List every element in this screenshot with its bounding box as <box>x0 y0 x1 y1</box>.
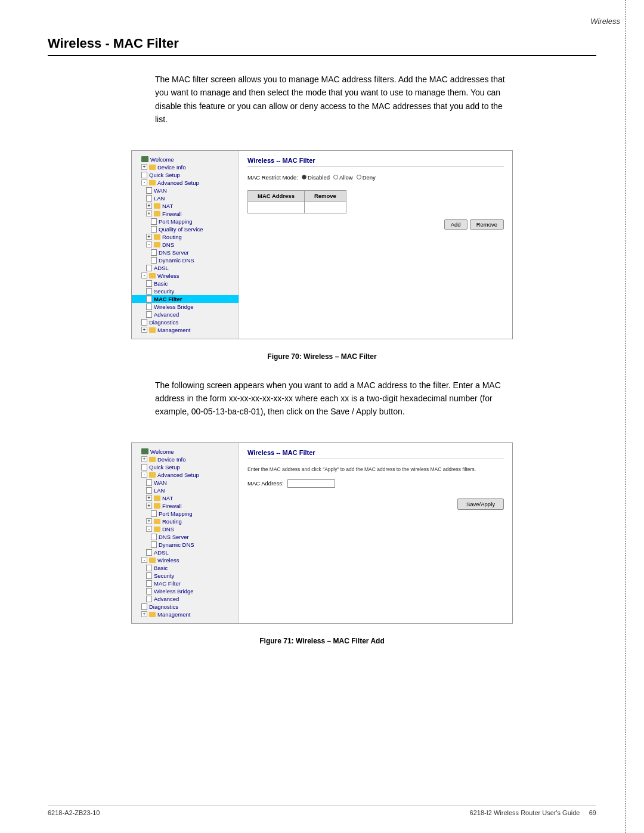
nav2-quick-setup-label: Quick Setup <box>149 464 180 470</box>
nav-advanced[interactable]: Advanced <box>132 311 239 318</box>
nav2-dns[interactable]: - DNS <box>132 525 239 533</box>
nav-firewall-label: Firewall <box>162 210 182 217</box>
doc-ddns-icon <box>151 257 157 264</box>
add-button[interactable]: Add <box>444 219 467 230</box>
nav2-mac-filter[interactable]: MAC Filter <box>132 580 239 587</box>
nav-adsl[interactable]: ADSL <box>132 264 239 272</box>
nav-qos-label: Quality of Service <box>159 226 203 233</box>
nav-wan[interactable]: WAN <box>132 187 239 194</box>
nav-nat[interactable]: + NAT <box>132 202 239 210</box>
expand2-mgmt-icon: + <box>141 611 147 617</box>
nav-management[interactable]: + Management <box>132 326 239 334</box>
nav-mac-filter[interactable]: MAC Filter <box>132 295 239 303</box>
nav-device-info[interactable]: + Device Info <box>132 163 239 171</box>
page-section-label: Wireless <box>590 17 620 26</box>
nav2-mac-filter-label: MAC Filter <box>154 580 181 587</box>
nav-wireless[interactable]: - Wireless <box>132 272 239 280</box>
nav-dynamic-dns[interactable]: Dynamic DNS <box>132 256 239 264</box>
nav2-lan[interactable]: LAN <box>132 487 239 494</box>
nav2-basic-label: Basic <box>154 565 168 571</box>
nav2-dynamic-dns[interactable]: Dynamic DNS <box>132 541 239 549</box>
table-row-empty <box>248 201 346 213</box>
nav-diagnostics[interactable]: Diagnostics <box>132 318 239 326</box>
page-footer: 6218-A2-ZB23-10 6218-I2 Wireless Router … <box>48 805 596 816</box>
radio-deny[interactable]: Deny <box>357 174 376 181</box>
nav2-wireless-bridge[interactable]: Wireless Bridge <box>132 587 239 595</box>
folder2-nat-icon <box>154 496 160 501</box>
nav-qos[interactable]: Quality of Service <box>132 225 239 233</box>
folder2-fw-icon <box>154 503 160 509</box>
expand2-dns-icon: - <box>146 526 152 532</box>
nav-nat-label: NAT <box>162 203 173 209</box>
nav-lan-label: LAN <box>154 195 165 202</box>
doc-icon <box>141 172 147 178</box>
nav2-adsl[interactable]: ADSL <box>132 549 239 556</box>
nav2-firewall[interactable]: + Firewall <box>132 502 239 510</box>
nav2-basic[interactable]: Basic <box>132 564 239 572</box>
doc2-dnsserver-icon <box>151 534 157 540</box>
nav2-wan[interactable]: WAN <box>132 479 239 487</box>
expand-routing-icon: + <box>146 234 152 240</box>
mac-address-input-area <box>287 480 335 487</box>
radio-allow[interactable]: Allow <box>333 174 353 181</box>
nav-basic[interactable]: Basic <box>132 280 239 287</box>
nav2-routing[interactable]: + Routing <box>132 518 239 525</box>
nav2-welcome[interactable]: Welcome <box>132 448 239 456</box>
nav2-advanced[interactable]: Advanced <box>132 595 239 603</box>
nav2-diagnostics[interactable]: Diagnostics <box>132 603 239 611</box>
nav-routing[interactable]: + Routing <box>132 233 239 241</box>
nav2-quick-setup[interactable]: Quick Setup <box>132 463 239 471</box>
nav-advanced-setup[interactable]: - Advanced Setup <box>132 179 239 187</box>
description-text-1: The MAC filter screen allows you to mana… <box>155 73 513 126</box>
nav-wireless-bridge[interactable]: Wireless Bridge <box>132 303 239 311</box>
save-apply-button[interactable]: Save/Apply <box>457 498 504 510</box>
mac-address-form-label: MAC Address: <box>247 480 284 487</box>
nav-advanced-label: Advanced <box>154 311 179 318</box>
doc2-portmap-icon <box>151 510 157 517</box>
figure-70-screenshot: Welcome + Device Info Quick Setup - Adva… <box>131 150 513 339</box>
nav-welcome-label: Welcome <box>150 156 174 163</box>
nav2-device-info[interactable]: + Device Info <box>132 456 239 463</box>
expand2-minus-icon: - <box>141 472 147 478</box>
action-button-row: Add Remove <box>247 219 504 230</box>
figure-70-caption: Figure 70: Wireless – MAC Filter <box>48 352 596 361</box>
footer-guide-text: 6218-I2 Wireless Router User's Guide <box>470 809 580 816</box>
nav2-security[interactable]: Security <box>132 572 239 580</box>
nav-port-mapping[interactable]: Port Mapping <box>132 218 239 225</box>
doc2-lan-icon <box>146 487 152 494</box>
remove-button[interactable]: Remove <box>470 219 504 230</box>
nav-firewall[interactable]: + Firewall <box>132 210 239 218</box>
nav2-wan-label: WAN <box>154 479 167 486</box>
nav-welcome[interactable]: Welcome <box>132 156 239 163</box>
nav-security[interactable]: Security <box>132 287 239 295</box>
expand2-nat-icon: + <box>146 495 152 501</box>
expand2-fw-icon: + <box>146 503 152 509</box>
nav-wan-label: WAN <box>154 187 167 194</box>
folder-open-icon <box>149 180 156 185</box>
cell-remove <box>304 201 346 213</box>
nav-dns-server[interactable]: DNS Server <box>132 249 239 256</box>
nav2-nat[interactable]: + NAT <box>132 494 239 502</box>
mac-address-input[interactable] <box>287 479 335 488</box>
nav2-management[interactable]: + Management <box>132 611 239 618</box>
nav2-advanced-setup-label: Advanced Setup <box>157 472 199 478</box>
folder2-wireless-icon <box>149 558 156 563</box>
content-panel-1: Wireless -- MAC Filter MAC Restrict Mode… <box>239 151 512 339</box>
radio-disabled[interactable]: Disabled <box>302 174 330 181</box>
doc2-diag-icon <box>141 603 147 610</box>
nav-lan[interactable]: LAN <box>132 194 239 202</box>
nav2-wireless[interactable]: - Wireless <box>132 556 239 564</box>
radio-deny-label: Deny <box>363 174 376 181</box>
nav2-diagnostics-label: Diagnostics <box>149 603 178 610</box>
nav2-port-mapping[interactable]: Port Mapping <box>132 510 239 518</box>
folder-firewall-icon <box>154 211 160 216</box>
nav-security-label: Security <box>154 288 174 295</box>
expand-mgmt-icon: + <box>141 327 147 333</box>
nav-wireless-label: Wireless <box>157 272 179 279</box>
nav2-advanced-setup[interactable]: - Advanced Setup <box>132 471 239 479</box>
nav2-security-label: Security <box>154 572 174 579</box>
nav-dns[interactable]: - DNS <box>132 241 239 249</box>
nav2-dns-server[interactable]: DNS Server <box>132 533 239 541</box>
doc-portmap-icon <box>151 218 157 225</box>
nav-quick-setup[interactable]: Quick Setup <box>132 171 239 179</box>
